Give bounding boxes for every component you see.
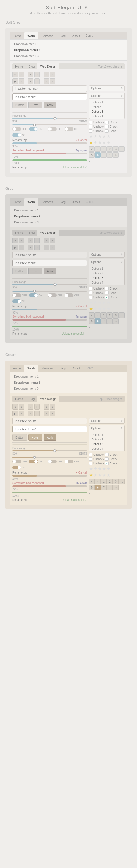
cream-arrow-prev5[interactable]: ‹ [28, 411, 33, 416]
grey-toggle-on-5[interactable] [12, 299, 21, 303]
grey-upload-cancel-1[interactable]: ✕ Cancel [75, 305, 87, 308]
cream-dropdown-3[interactable]: Dropdown menu 3 [10, 385, 127, 392]
grey-checkbox-2-unchecked[interactable] [89, 291, 92, 294]
checkbox-3-checked[interactable]: ✓ [105, 129, 109, 132]
star-1-4[interactable]: ★ [102, 134, 106, 139]
grey-checkbox-1-unchecked[interactable] [89, 287, 92, 290]
cream-btn-active[interactable]: Activ [44, 434, 56, 441]
arrow-next2[interactable]: › [34, 72, 40, 77]
cream-checkbox-1-checked[interactable] [105, 453, 109, 456]
arrow-next5[interactable]: › [34, 79, 40, 84]
select-box-1[interactable]: Options ⚙ [89, 85, 125, 91]
grey-arrow-next2[interactable]: › [34, 238, 40, 243]
toggle-on-5[interactable] [12, 133, 21, 137]
nav-services[interactable]: Services [38, 32, 56, 39]
cream-star-1-3[interactable]: ★ [98, 466, 102, 471]
grey-arrow-first[interactable]: « [12, 238, 18, 243]
pagination-2[interactable]: 2 [107, 146, 113, 152]
cream-arrow-prev3[interactable]: ‹ [44, 404, 49, 409]
grey-checkbox-3-unchecked[interactable] [89, 296, 92, 299]
dropdown-item-1[interactable]: Dropdown menu 1 [10, 41, 127, 47]
grey-star-1-3[interactable]: ★ [98, 300, 102, 305]
grey-arrow-prev3[interactable]: ‹ [44, 238, 49, 243]
grey-checkbox-3-checked[interactable]: ✓ [105, 296, 109, 299]
grey-pagination-prev[interactable]: ‹ [95, 312, 101, 318]
grey-nav-work[interactable]: Work [24, 198, 38, 206]
single-slider-handle[interactable] [33, 124, 36, 126]
cream-checkbox-2-unchecked[interactable] [89, 457, 92, 461]
grey-select-open-header[interactable]: Options ⚙ [89, 259, 125, 265]
cream-pagination-prev[interactable]: ‹ [95, 479, 101, 484]
cream-tab-home[interactable]: Home [12, 396, 26, 402]
grey-toggle-off-3[interactable] [48, 293, 57, 297]
grey-nav-home[interactable]: Home [9, 198, 24, 206]
cream-arrow-first[interactable]: « [12, 404, 18, 409]
grey-star-2-5[interactable]: ★ [107, 306, 110, 311]
checkbox-2-unchecked[interactable] [89, 125, 92, 128]
cream-star-1-4[interactable]: ★ [102, 466, 106, 471]
star-2-3[interactable]: ★ [98, 140, 102, 145]
grey-nav-blog[interactable]: Blog [56, 198, 69, 206]
star-2-4[interactable]: ★ [102, 140, 106, 145]
grey-nav-more[interactable]: Conte... [84, 198, 98, 206]
arrow-first[interactable]: « [12, 72, 18, 77]
select-option-2[interactable]: Options 2 [89, 105, 125, 110]
grey-dropdown-1[interactable]: Dropdown menu 1 [10, 207, 127, 213]
pagination-1[interactable]: 1 [101, 146, 107, 152]
cream-star-2-3[interactable]: ★ [98, 472, 102, 477]
cream-nav-about[interactable]: About [69, 365, 84, 372]
arrow-play[interactable]: ▶ [12, 79, 18, 84]
star-2-1[interactable]: ★ [89, 140, 93, 145]
cream-checkbox-1-unchecked[interactable] [89, 453, 92, 456]
grey-pagination-5[interactable]: 5 [89, 318, 94, 324]
cream-upload-cancel-1[interactable]: ✕ Cancel [75, 471, 87, 474]
pagination-5[interactable]: 5 [89, 152, 94, 158]
grey-arrow-prev6[interactable]: ‹ [44, 245, 49, 250]
cream-checkbox-2-checked[interactable] [105, 457, 109, 461]
cream-single-handle[interactable] [33, 456, 36, 459]
cream-arrow-next5[interactable]: › [34, 411, 40, 416]
grey-pagination-2[interactable]: 2 [107, 312, 113, 318]
grey-star-1-2[interactable]: ★ [93, 300, 97, 305]
tab-webdesign[interactable]: Web Design [37, 63, 59, 69]
grey-nav-about[interactable]: About [69, 198, 84, 206]
grey-input-focus[interactable] [12, 260, 87, 266]
grey-star-2-3[interactable]: ★ [98, 306, 102, 311]
grey-star-2-2[interactable]: ★ [93, 306, 97, 311]
cream-checkbox-3-checked[interactable]: ✓ [105, 462, 109, 465]
nav-home[interactable]: Home [9, 32, 24, 39]
checkbox-2-checked[interactable] [105, 125, 109, 128]
pagination-next[interactable]: › [107, 152, 113, 158]
cream-toggle-on-5[interactable] [12, 466, 21, 469]
cream-star-1-2[interactable]: ★ [93, 466, 97, 471]
pagination-6-active[interactable]: 6 [95, 152, 101, 158]
grey-arrow-prev[interactable]: ‹ [19, 238, 24, 243]
cream-slider-handle[interactable] [53, 450, 56, 452]
cream-arrow-play[interactable]: ▶ [12, 411, 18, 416]
grey-star-2-1[interactable]: ★ [89, 306, 93, 311]
grey-toggle-off-4[interactable] [65, 293, 74, 297]
cream-nav-blog[interactable]: Blog [56, 365, 69, 372]
arrow-prev4[interactable]: ‹ [19, 79, 24, 84]
grey-tab-blog[interactable]: Blog [26, 230, 37, 236]
cream-arrow-prev4[interactable]: ‹ [19, 411, 24, 416]
pagination-7[interactable]: 7 [101, 152, 107, 158]
btn-hover[interactable]: Hover [28, 102, 43, 108]
cream-nav-more[interactable]: Conte... [84, 365, 98, 372]
grey-arrow-prev2[interactable]: ‹ [28, 238, 33, 243]
cream-arrow-prev2[interactable]: ‹ [28, 404, 33, 409]
input-focus[interactable] [12, 93, 87, 100]
pagination-prev[interactable]: ‹ [95, 146, 101, 152]
grey-select-option-1[interactable]: Options 1 [89, 266, 125, 271]
dropdown-item-2[interactable]: Dropdown menu 2 [10, 47, 127, 53]
cream-tab-webdesign[interactable]: Web Design [37, 396, 59, 402]
select-open-header[interactable]: Options ⚙ [89, 93, 125, 99]
nav-more[interactable]: Con... [84, 32, 95, 39]
cream-dropdown-1[interactable]: Dropdown menu 1 [10, 373, 127, 379]
grey-pagination-3[interactable]: 3 [113, 312, 119, 318]
dropdown-item-3[interactable]: Dropdown menu 3 [10, 53, 127, 59]
star-2-5[interactable]: ★ [107, 140, 110, 145]
grey-pagination-7[interactable]: 7 [101, 318, 107, 324]
cream-arrow-prev[interactable]: ‹ [19, 404, 24, 409]
select-option-1[interactable]: Options 1 [89, 100, 125, 105]
